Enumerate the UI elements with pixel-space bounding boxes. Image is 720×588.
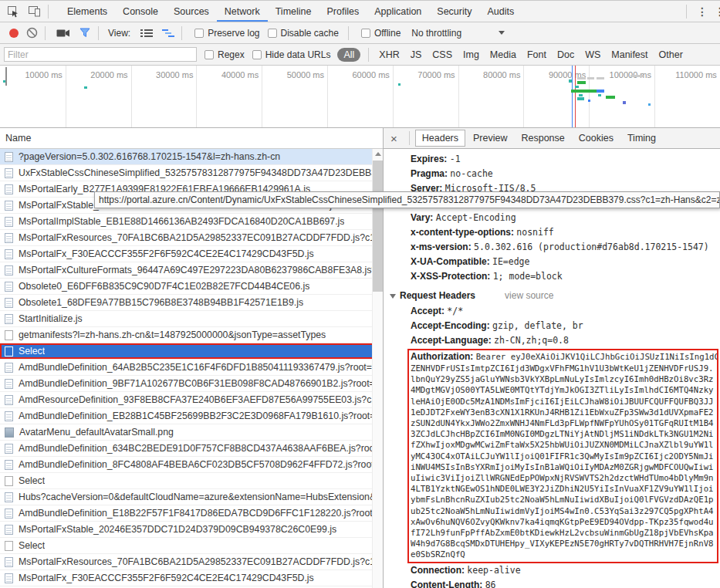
request-row[interactable]: UxFxStableCssChineseSimplified_532575783… — [0, 165, 383, 181]
detail-tab-preview[interactable]: Preview — [467, 130, 513, 146]
tabbar-right: ⋮ ⋮ — [681, 1, 720, 22]
request-row[interactable]: AmdBundleDefinition_E18B22F57F1F8417D86E… — [0, 505, 383, 522]
request-name: MsPortalFx_F30EACCCF355F2F6F592C4CE2E4C1… — [19, 248, 314, 259]
disable-cache-checkbox[interactable] — [268, 29, 277, 38]
request-row[interactable]: StartInitialize.js — [0, 311, 383, 327]
token-line: uIiwic3ViIjoiZllWRGNEdEpPOWpxNjRVSWVTS2h… — [411, 473, 717, 484]
detail-tab-headers[interactable]: Headers — [415, 130, 465, 147]
filter-type-font[interactable]: Font — [522, 48, 551, 62]
timeline-activity-mark — [606, 96, 615, 99]
kebab-menu-icon[interactable]: ⋮ — [691, 5, 713, 18]
request-row[interactable]: getmanifests?l=zh-hans.zh-cn&t=148792500… — [0, 327, 383, 343]
preserve-log-checkbox[interactable] — [194, 29, 204, 38]
scroll-up-icon[interactable] — [375, 152, 381, 156]
chevron-down-icon — [499, 31, 505, 35]
request-row[interactable]: AmdBundleDefinition_64AB2B5C235E1C16F4F6… — [0, 360, 383, 376]
filter-input[interactable] — [4, 47, 197, 62]
record-button[interactable] — [9, 29, 19, 38]
filter-type-other[interactable]: Other — [654, 48, 688, 62]
device-toolbar-icon[interactable] — [26, 3, 43, 20]
tab-application[interactable]: Application — [367, 1, 429, 22]
tab-network[interactable]: Network — [217, 1, 268, 22]
request-row[interactable]: ?pageVersion=5.0.302.616768.170215-1547&… — [0, 149, 383, 165]
request-row[interactable]: AmdBundleDefinition_8FC4808AF4BEBA6CF023… — [0, 457, 383, 473]
regex-checkbox[interactable] — [205, 50, 214, 59]
document-icon — [5, 314, 13, 324]
request-headers-list: Accept: */*Accept-Encoding: gzip, deflat… — [384, 304, 720, 588]
request-row[interactable]: AmdResourceDefinition_93F8EB8CFA37E240B6… — [0, 392, 383, 408]
scrollbar[interactable] — [372, 149, 383, 588]
filter-type-js[interactable]: JS — [406, 48, 427, 62]
filter-type-media[interactable]: Media — [485, 48, 521, 62]
request-row[interactable]: MsPortalFxStable_20246E357DDC71D24D379D0… — [0, 522, 383, 538]
throttling-value: No throttling — [411, 28, 461, 39]
close-icon[interactable]: × — [384, 132, 404, 145]
divider — [409, 131, 410, 145]
filter-type-doc[interactable]: Doc — [553, 48, 579, 62]
clear-icon[interactable] — [23, 25, 40, 42]
request-headers-section[interactable]: Request Headers view source — [384, 288, 720, 304]
filter-type-manifest[interactable]: Manifest — [607, 48, 652, 62]
regex-label: Regex — [218, 49, 245, 60]
request-row[interactable]: MsPortalFxResources_70FA1BC6BA21D5A29852… — [0, 230, 383, 246]
request-row[interactable]: AvatarMenu_defaultAvatarSmall.png — [0, 424, 383, 441]
request-row[interactable]: MsPortalFxResources_70FA1BC6BA21D5A29852… — [0, 554, 383, 570]
detail-tab-cookies[interactable]: Cookies — [573, 130, 620, 146]
request-name: AmdBundleDefinition_634BC2BEDE91D0F757CF… — [19, 443, 383, 454]
timeline-activity-mark — [587, 77, 594, 79]
request-row[interactable]: Obsolete0_E6DFF6B835C9C90D7F4C1E02B82E7F… — [0, 279, 383, 295]
throttling-select[interactable]: No throttling — [411, 28, 505, 39]
filter-type-ws[interactable]: WS — [580, 48, 605, 62]
filter-icon[interactable] — [76, 25, 93, 42]
request-row[interactable]: Select — [0, 343, 383, 360]
kebab-menu-icon-partial[interactable]: ⋮ — [713, 5, 720, 18]
document-icon — [5, 282, 13, 292]
tab-audits[interactable]: Audits — [479, 1, 522, 22]
filter-type-css[interactable]: CSS — [428, 48, 457, 62]
request-row[interactable]: AmdBundleDefinition_EB28B1C45BF25699BB2F… — [0, 408, 383, 424]
request-name: Select — [19, 346, 45, 357]
large-rows-icon[interactable] — [138, 25, 155, 42]
tab-security[interactable]: Security — [429, 1, 479, 22]
tab-console[interactable]: Console — [115, 1, 166, 22]
tab-profiles[interactable]: Profiles — [319, 1, 367, 22]
name-column-header[interactable]: Name — [0, 128, 383, 149]
request-row[interactable]: MsPortalFx_F30EACCCF355F2F6F592C4CE2E4C1… — [0, 246, 383, 262]
request-row[interactable]: MsPortalImplStable_EB1E88D1466136AB2493F… — [0, 214, 383, 230]
scrollbar-thumb[interactable] — [373, 161, 383, 292]
request-row[interactable]: Select — [0, 473, 383, 489]
header-name: Pragma: — [411, 168, 450, 179]
document-icon — [5, 249, 13, 259]
tab-timeline[interactable]: Timeline — [268, 1, 319, 22]
request-row[interactable]: Hubs?cacheVersion=0&defaultCloudName=azu… — [0, 489, 383, 505]
request-row[interactable]: Select — [0, 538, 383, 554]
timeline-tick-label: 60000 ms — [328, 70, 390, 79]
waterfall-overview-icon[interactable] — [160, 25, 177, 42]
hide-data-urls-checkbox[interactable] — [252, 50, 262, 59]
overview-timeline[interactable]: 10000 ms20000 ms30000 ms40000 ms50000 ms… — [0, 66, 720, 128]
timeline-tick-label: 10000 ms — [1, 70, 63, 79]
request-name: AvatarMenu_defaultAvatarSmall.png — [19, 427, 174, 438]
timeline-activity-mark — [598, 94, 601, 96]
document-icon — [5, 265, 13, 275]
capture-screenshots-icon[interactable] — [55, 25, 72, 42]
token-line: zSUN2dUN4YkxJWWo2ZmxWNHJ4NmFLd3pFLWpfNWF… — [411, 418, 717, 429]
filter-type-img[interactable]: Img — [458, 48, 484, 62]
detail-tab-response[interactable]: Response — [515, 130, 570, 146]
header-name: Expires: — [411, 154, 450, 164]
filter-type-xhr[interactable]: XHR — [374, 48, 404, 62]
request-row[interactable]: MsPortalFxCultureFormats_96447A69C497E29… — [0, 262, 383, 279]
request-name: AmdBundleDefinition_E18B22F57F1F8417D86E… — [19, 508, 383, 519]
tab-elements[interactable]: Elements — [59, 1, 115, 22]
request-row[interactable]: Obsolete1_68DFE9A77BB15C796B8E3748B94BB1… — [0, 295, 383, 311]
tab-sources[interactable]: Sources — [166, 1, 217, 22]
view-source-link[interactable]: view source — [505, 288, 553, 304]
inspect-element-icon[interactable] — [5, 3, 22, 20]
request-row[interactable]: AmdBundleDefinition_9BF71A102677BC0B6F31… — [0, 376, 383, 392]
request-row[interactable]: MsPortalFx_F30EACCCF355F2F6F592C4CE2E4C1… — [0, 570, 383, 586]
request-row[interactable]: AmdBundleDefinition_634BC2BEDE91D0F757CF… — [0, 441, 383, 457]
detail-tab-timing[interactable]: Timing — [621, 130, 662, 146]
document-icon — [5, 152, 13, 162]
filter-type-all[interactable]: All — [337, 48, 360, 62]
offline-checkbox[interactable] — [361, 29, 370, 38]
